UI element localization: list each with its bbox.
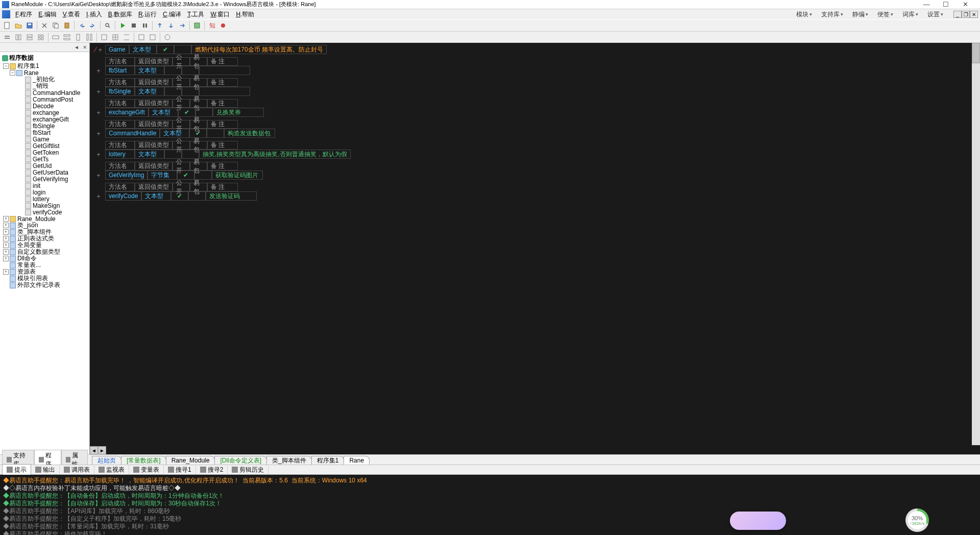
tree-method-lottery[interactable]: lottery [1, 196, 88, 202]
menu-4[interactable]: B.数据库 [105, 10, 135, 19]
method-name-cell[interactable]: fbSingle [105, 87, 135, 96]
minimize-button[interactable]: — [920, 1, 933, 8]
panel-tab-2[interactable]: 属性 [61, 450, 88, 455]
tb2-btn-5[interactable] [51, 32, 61, 42]
maximize-button[interactable]: ☐ [939, 1, 952, 8]
menu-right-5[interactable]: 设置▾ [924, 9, 946, 20]
tree-method-exchangeGift[interactable]: exchangeGift [1, 116, 88, 123]
open-button[interactable] [13, 20, 23, 31]
code-editor[interactable]: ⁄+ Game 文本型 ✔ 燃鹅代挂每次加170金币 频率设置高。防止封号 方法… [90, 43, 980, 454]
knowledge-button[interactable]: 知 [207, 20, 217, 31]
tree-method-Game[interactable]: Game [1, 136, 88, 142]
step-into-button[interactable] [166, 20, 176, 31]
method-type-cell[interactable]: 文本型 [135, 150, 164, 159]
tb2-btn-2[interactable] [13, 32, 23, 42]
expand-icon[interactable]: + [98, 46, 102, 54]
method-yi-cell[interactable] [207, 129, 224, 138]
tree-method-fbStart[interactable]: fbStart [1, 129, 88, 136]
tb2-btn-8[interactable] [84, 32, 94, 42]
tree-method-verifyCode[interactable]: verifyCode [1, 209, 88, 215]
tree-method-GetTs[interactable]: GetTs [1, 156, 88, 162]
method-note-cell[interactable] [199, 87, 250, 96]
tree-node-ranemodule[interactable]: +Rane_Module [1, 215, 88, 222]
menu-right-2[interactable]: 静编▾ [849, 9, 871, 20]
tree-method-GetToken[interactable]: GetToken [1, 149, 88, 156]
tree-other-2[interactable]: +正则表达式类 [1, 235, 88, 242]
menu-right-3[interactable]: 便签▾ [874, 9, 896, 20]
method-note-cell[interactable] [199, 66, 250, 75]
tb2-btn-11[interactable] [121, 32, 132, 42]
tree-method-GetUid[interactable]: GetUid [1, 162, 88, 169]
tb2-btn-6[interactable] [62, 32, 72, 42]
tree-root[interactable]: 程序数据 [1, 53, 88, 63]
class-note-cell[interactable]: 燃鹅代挂每次加170金币 频率设置高。防止封号 [191, 45, 327, 54]
menu-right-1[interactable]: 支持库▾ [818, 9, 846, 20]
project-tree[interactable]: 程序数据 −程序集1 −Rane _初始化_销毁CommandHandleCom… [0, 52, 89, 454]
tree-method-Decode[interactable]: Decode [1, 103, 88, 109]
method-note-cell[interactable]: 获取验证码图片 [212, 171, 263, 180]
scroll-left-button[interactable]: ◄ [90, 446, 98, 454]
menu-0[interactable]: F.程序 [12, 10, 35, 19]
class-name-cell[interactable]: Game [105, 45, 129, 54]
tb2-btn-14[interactable] [162, 32, 173, 42]
method-type-cell[interactable]: 文本型 [135, 87, 164, 96]
tb2-btn-1[interactable] [2, 32, 12, 42]
panel-tab-0[interactable]: 支持库 [2, 450, 34, 455]
tb2-btn-4[interactable] [36, 32, 46, 42]
tree-node-programset[interactable]: −程序集1 [1, 63, 88, 69]
mdi-btn-2[interactable]: ✕ [970, 11, 978, 18]
menu-1[interactable]: E.编辑 [35, 10, 59, 19]
pause-button[interactable] [140, 20, 150, 31]
method-name-cell[interactable]: fbStart [105, 66, 135, 75]
tb2-btn-3[interactable] [24, 32, 35, 42]
close-button[interactable]: ✕ [959, 1, 972, 8]
editor-vertical-scrollbar[interactable] [972, 43, 980, 445]
paste-button[interactable] [62, 20, 72, 31]
stop-button[interactable] [129, 20, 139, 31]
expand-method-icon[interactable]: + [96, 67, 101, 75]
tree-other-4[interactable]: +自定义数据类型 [1, 249, 88, 255]
tb2-btn-9[interactable] [99, 32, 109, 42]
scroll-right-button[interactable]: ► [98, 446, 106, 454]
method-yi-cell[interactable] [188, 191, 206, 201]
panel-tab-1[interactable]: 程序 [34, 450, 61, 455]
undo-button[interactable] [77, 20, 87, 31]
mdi-btn-0[interactable]: _ [953, 11, 962, 18]
record-button[interactable] [218, 20, 228, 31]
tree-prev-button[interactable]: ◄ [73, 44, 80, 51]
tree-other-9[interactable]: 外部文件记录表 [1, 282, 88, 288]
cut-button[interactable] [39, 20, 50, 31]
mdi-btn-1[interactable]: ❐ [962, 11, 970, 18]
tree-method-exchange[interactable]: exchange [1, 109, 88, 116]
tb2-btn-7[interactable] [73, 32, 83, 42]
compile-button[interactable] [192, 20, 202, 31]
tree-method-GetVerifyImg[interactable]: GetVerifyImg [1, 176, 88, 182]
expand-method-icon[interactable]: + [96, 192, 101, 200]
method-name-cell[interactable]: exchangeGift [105, 108, 149, 117]
menu-5[interactable]: R.运行 [135, 10, 160, 19]
fold-icon[interactable]: ⁄ [95, 45, 96, 54]
method-note-cell[interactable]: 发送验证码 [206, 191, 257, 201]
method-public-cell[interactable]: ✔ [171, 191, 188, 201]
editor-horizontal-scrollbar[interactable]: ◄ ► [90, 446, 972, 454]
new-button[interactable] [2, 20, 12, 31]
tree-other-6[interactable]: 常量表... [1, 262, 88, 269]
expand-method-icon[interactable]: + [96, 172, 101, 179]
tree-method-_销毁[interactable]: _销毁 [1, 83, 88, 89]
menu-right-0[interactable]: 模块▾ [793, 9, 815, 20]
tree-method-fbSingle[interactable]: fbSingle [1, 123, 88, 129]
expand-method-icon[interactable]: + [96, 109, 101, 116]
menu-right-4[interactable]: 词库▾ [899, 9, 921, 20]
method-note-cell[interactable]: 抽奖,抽奖类型真为高级抽奖,否则普通抽奖，默认为假 [199, 150, 351, 159]
tb2-btn-12[interactable] [136, 32, 146, 42]
method-name-cell[interactable]: lottery [105, 150, 135, 159]
tree-method-login[interactable]: login [1, 189, 88, 196]
menu-6[interactable]: C.编译 [160, 10, 184, 19]
redo-button[interactable] [88, 20, 98, 31]
expand-method-icon[interactable]: + [96, 151, 101, 158]
method-note-cell[interactable]: 兑换奖券 [213, 108, 264, 117]
menu-8[interactable]: W.窗口 [207, 10, 233, 19]
method-name-cell[interactable]: GetVerifyImg [105, 171, 148, 180]
method-type-cell[interactable]: 字节集 [148, 171, 177, 180]
tree-method-CommandHandle[interactable]: CommandHandle [1, 89, 88, 96]
